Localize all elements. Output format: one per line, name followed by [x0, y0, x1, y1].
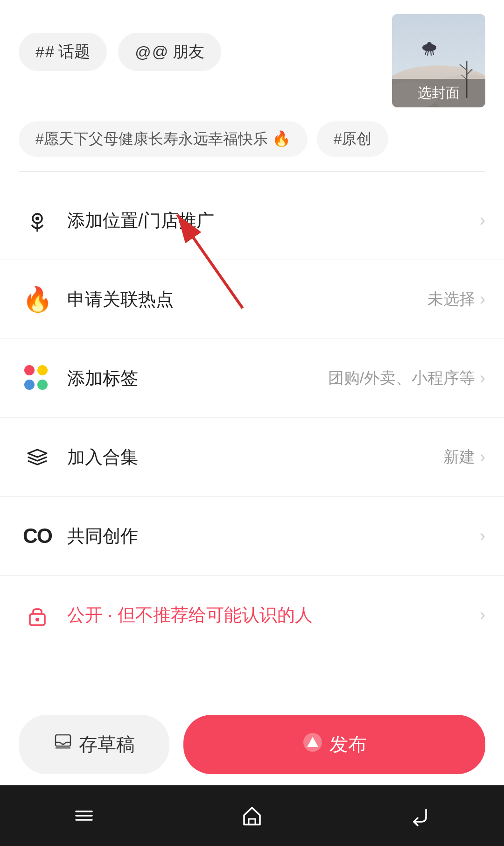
nav-back-icon[interactable]: [408, 804, 432, 827]
svg-line-12: [431, 51, 431, 56]
tag-menu-item[interactable]: 添加标签 团购/外卖、小程序等 ›: [0, 339, 504, 418]
top-section: # # 话题 @ @ 朋友: [0, 0, 504, 117]
nav-menu-icon[interactable]: [72, 804, 96, 827]
mention-button[interactable]: @ @ 朋友: [118, 33, 221, 71]
topic-button[interactable]: # # 话题: [19, 33, 107, 71]
fire-icon: 🔥: [19, 281, 56, 318]
collection-label: 加入合集: [67, 445, 443, 469]
bottom-action-bar: 存草稿 发布: [0, 704, 504, 785]
privacy-label: 公开 · 但不推荐给可能认识的人: [67, 603, 480, 627]
navigation-bar: [0, 785, 504, 846]
location-label: 添加位置/门店推广: [67, 209, 480, 233]
privacy-menu-item[interactable]: 公开 · 但不推荐给可能认识的人 ›: [0, 576, 504, 654]
at-icon: @: [135, 43, 151, 61]
co-icon: CO: [19, 517, 56, 555]
publish-label: 发布: [329, 732, 367, 757]
hotspot-value: 未选择: [427, 289, 475, 310]
draft-button[interactable]: 存草稿: [19, 715, 169, 774]
privacy-chevron: ›: [480, 605, 485, 625]
tag-pill-1[interactable]: #愿天下父母健康长寿永远幸福快乐 🔥: [19, 121, 308, 157]
tag-pill-2[interactable]: #原创: [317, 121, 389, 157]
lock-icon: [19, 596, 56, 634]
tags-row: #愿天下父母健康长寿永远幸福快乐 🔥 #原创: [0, 117, 504, 166]
hotspot-chevron: ›: [480, 289, 485, 309]
cover-image-box[interactable]: 选封面: [392, 14, 485, 107]
publish-button[interactable]: 发布: [183, 715, 485, 774]
tag-label: 添加标签: [67, 367, 328, 390]
collection-chevron: ›: [480, 447, 485, 467]
svg-point-15: [35, 217, 39, 220]
hash-icon: #: [35, 43, 44, 61]
tag-chevron: ›: [480, 368, 485, 388]
cocreate-chevron: ›: [480, 526, 485, 546]
section-divider: [19, 171, 485, 172]
svg-rect-30: [249, 819, 255, 825]
hotspot-menu-item[interactable]: 🔥 申请关联热点 未选择 ›: [0, 260, 504, 339]
dots-icon: [19, 360, 56, 397]
tag-value: 团购/外卖、小程序等: [328, 367, 475, 389]
nav-home-icon[interactable]: [240, 804, 264, 827]
location-chevron: ›: [480, 211, 485, 230]
collection-menu-item[interactable]: 加入合集 新建 ›: [0, 418, 504, 497]
location-icon: [19, 202, 56, 239]
svg-point-9: [427, 42, 432, 47]
cocreate-menu-item[interactable]: CO 共同创作 ›: [0, 497, 504, 576]
cover-label: 选封面: [392, 79, 485, 107]
location-menu-item[interactable]: 添加位置/门店推广 ›: [0, 181, 504, 260]
action-buttons: # # 话题 @ @ 朋友: [19, 14, 383, 71]
layers-icon: [19, 438, 56, 476]
cocreate-label: 共同创作: [67, 524, 480, 548]
draft-label: 存草稿: [79, 732, 135, 757]
menu-list: 添加位置/门店推广 › 🔥 申请关联热点 未选择 › 添加标签 团购/外卖、小程…: [0, 181, 504, 654]
svg-point-18: [35, 618, 39, 621]
collection-value: 新建: [443, 446, 475, 468]
hotspot-label: 申请关联热点: [67, 288, 427, 311]
draft-icon: [54, 733, 72, 756]
publish-icon: [302, 732, 323, 757]
